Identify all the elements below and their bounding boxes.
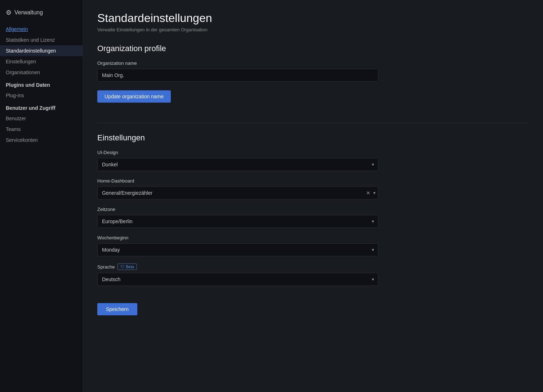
sprache-select-wrapper: Deutsch English Français ▾ — [97, 273, 378, 286]
zeitzone-select[interactable]: Europe/Berlin UTC America/New_York — [97, 215, 378, 228]
sidebar-item-standardeinstellungen[interactable]: Standardeinstellungen — [0, 45, 83, 56]
main-content: Standardeinstellungen Verwalte Einstellu… — [83, 0, 543, 392]
sidebar-item-statistiken[interactable]: Statistiken und Lizenz — [0, 35, 83, 45]
home-dashboard-label: Home-Dashboard — [97, 178, 529, 184]
home-dashboard-field-group: Home-Dashboard General/Energiezähler ✕ ▾ — [97, 178, 529, 199]
sidebar: ⚙ Verwaltung Allgemein Statistiken und L… — [0, 0, 83, 392]
sidebar-section-plugins: Plugins und Daten — [0, 78, 83, 90]
clear-dashboard-button[interactable]: ✕ — [365, 189, 372, 197]
home-dashboard-display: General/Energiezähler — [97, 186, 378, 199]
zeitzone-label: Zeitzone — [97, 207, 529, 212]
sidebar-item-teams[interactable]: Teams — [0, 124, 83, 135]
ui-design-select[interactable]: Dunkel Hell System — [97, 158, 378, 171]
sidebar-item-allgemein[interactable]: Allgemein — [0, 24, 83, 35]
zeitzone-select-wrapper: Europe/Berlin UTC America/New_York ▾ — [97, 215, 378, 228]
beta-badge: 🛡 Beta — [117, 263, 137, 270]
home-dashboard-actions: ✕ ▾ — [365, 189, 375, 197]
chevron-down-icon-dashboard: ▾ — [373, 190, 375, 195]
home-dashboard-value: General/Energiezähler — [102, 190, 152, 196]
sidebar-item-plugins[interactable]: Plug-ins — [0, 90, 83, 101]
wochenbeginn-label: Wochenbeginn — [97, 235, 529, 240]
gear-icon: ⚙ — [6, 9, 12, 17]
save-button[interactable]: Speichern — [97, 303, 137, 315]
wochenbeginn-select[interactable]: Monday Sunday Saturday — [97, 243, 378, 256]
sprache-field-group: Sprache 🛡 Beta Deutsch English Français … — [97, 263, 529, 286]
sprache-label: Sprache 🛡 Beta — [97, 263, 529, 270]
org-name-field-group: Organization name — [97, 60, 529, 82]
page-title: Standardeinstellungen — [97, 12, 529, 25]
sidebar-header: ⚙ Verwaltung — [0, 6, 83, 24]
org-name-label: Organization name — [97, 60, 529, 66]
page-subtitle: Verwalte Einstellungen in der gesamten O… — [97, 27, 529, 32]
ui-design-select-wrapper: Dunkel Hell System ▾ — [97, 158, 378, 171]
sidebar-header-title: Verwaltung — [14, 9, 43, 16]
sidebar-item-benutzer[interactable]: Benutzer — [0, 113, 83, 124]
sprache-label-text: Sprache — [97, 264, 115, 270]
sidebar-section-benutzer: Benutzer und Zugriff — [0, 101, 83, 113]
wochenbeginn-field-group: Wochenbeginn Monday Sunday Saturday ▾ — [97, 235, 529, 256]
wochenbeginn-select-wrapper: Monday Sunday Saturday ▾ — [97, 243, 378, 256]
ui-design-field-group: UI-Design Dunkel Hell System ▾ — [97, 150, 529, 171]
home-dashboard-wrapper: General/Energiezähler ✕ ▾ — [97, 186, 378, 199]
sprache-select[interactable]: Deutsch English Français — [97, 273, 378, 286]
beta-label: Beta — [126, 265, 134, 269]
ui-design-label: UI-Design — [97, 150, 529, 155]
sidebar-item-organisationen[interactable]: Organisationen — [0, 67, 83, 78]
sidebar-item-einstellungen[interactable]: Einstellungen — [0, 56, 83, 67]
sidebar-item-servicekonten[interactable]: Servicekonten — [0, 135, 83, 145]
beta-icon: 🛡 — [120, 265, 124, 269]
zeitzone-field-group: Zeitzone Europe/Berlin UTC America/New_Y… — [97, 207, 529, 228]
update-org-name-button[interactable]: Update organization name — [97, 90, 171, 103]
org-profile-section-title: Organization profile — [97, 44, 529, 53]
section-divider — [97, 123, 529, 123]
einstellungen-section-title: Einstellungen — [97, 133, 529, 143]
org-name-input[interactable] — [97, 69, 378, 82]
